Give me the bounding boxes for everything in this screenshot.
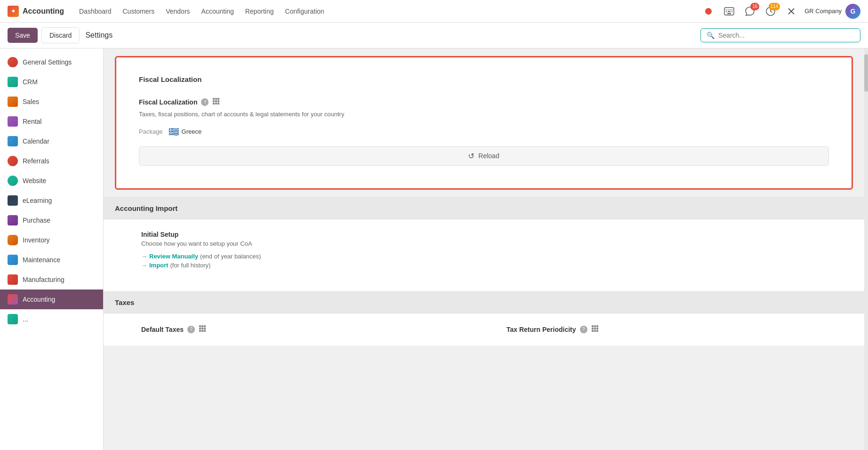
fiscal-feature-name: Fiscal Localization [139, 98, 197, 106]
sidebar-label-maintenance: Maintenance [23, 256, 60, 264]
user-company[interactable]: GR Company G [804, 4, 860, 19]
sidebar-item-purchase[interactable]: Purchase [0, 210, 103, 230]
review-manually-desc: (end of year balances) [200, 253, 261, 260]
import-link[interactable]: → Import (for full history) [141, 262, 853, 269]
sidebar-label-website: Website [23, 177, 46, 185]
initial-setup-desc: Choose how you want to setup your CoA [141, 240, 853, 247]
brand-icon: ✦ [8, 6, 19, 17]
brand[interactable]: ✦ Accounting [8, 6, 64, 17]
initial-setup-title: Initial Setup [141, 231, 853, 238]
discard-button[interactable]: Discard [41, 27, 80, 43]
svg-rect-36 [596, 328, 598, 329]
sidebar-item-referrals[interactable]: Referrals [0, 151, 103, 171]
reload-button[interactable]: ↻ Reload [139, 146, 829, 166]
sidebar-item-rental[interactable]: Rental [0, 112, 103, 131]
content-area: Fiscal Localization Fiscal Localization … [104, 48, 864, 450]
search-input[interactable] [718, 32, 854, 39]
close-icon[interactable] [784, 4, 799, 19]
company-name: GR Company [804, 8, 842, 15]
nav-link-reporting[interactable]: Reporting [241, 6, 278, 17]
sidebar-item-website[interactable]: Website [0, 171, 103, 191]
sidebar-item-maintenance[interactable]: Maintenance [0, 250, 103, 270]
svg-rect-19 [213, 103, 215, 104]
activity-icon[interactable]: 114 [763, 4, 778, 19]
scrollbar-thumb[interactable] [864, 54, 868, 92]
svg-rect-33 [596, 325, 598, 327]
nav-link-dashboard[interactable]: Dashboard [75, 6, 115, 17]
svg-rect-7 [728, 11, 731, 12]
svg-rect-25 [199, 328, 201, 329]
sidebar-item-general-settings[interactable]: General Settings [0, 52, 103, 72]
toolbar: Save Discard Settings 🔍 [0, 23, 868, 48]
topnav-links: Dashboard Customers Vendors Accounting R… [75, 6, 328, 17]
sidebar-item-sales[interactable]: Sales [0, 92, 103, 112]
import-desc: (for full history) [170, 262, 210, 269]
tax-return-grid-icon[interactable] [591, 325, 599, 334]
taxes-header: Taxes [104, 291, 864, 313]
sidebar-label-calendar: Calendar [23, 137, 49, 145]
accounting-import-body: Initial Setup Choose how you want to set… [104, 219, 864, 291]
svg-rect-13 [213, 98, 215, 100]
svg-point-0 [705, 8, 712, 15]
svg-rect-37 [592, 330, 594, 332]
fiscal-localization-box: Fiscal Localization Fiscal Localization … [115, 56, 853, 190]
tax-return-help-icon[interactable]: ? [580, 326, 587, 333]
package-value[interactable]: 🇬🇷 Greece [169, 127, 202, 137]
svg-rect-27 [204, 328, 206, 329]
svg-rect-29 [201, 330, 203, 332]
initial-setup-block: Initial Setup Choose how you want to set… [141, 231, 853, 269]
svg-rect-2 [726, 9, 727, 10]
topnav-right: 16 114 GR Company G [701, 4, 860, 19]
review-manually-link[interactable]: → Review Manually (end of year balances) [141, 253, 853, 260]
search-bar[interactable]: 🔍 [700, 28, 860, 42]
fiscal-inner: Fiscal Localization ? [128, 90, 840, 177]
nav-link-accounting[interactable]: Accounting [198, 6, 238, 17]
svg-rect-9 [727, 13, 731, 14]
sidebar-item-inventory[interactable]: Inventory [0, 230, 103, 250]
nav-link-vendors[interactable]: Vendors [162, 6, 193, 17]
avatar: G [845, 4, 860, 19]
nav-link-configuration[interactable]: Configuration [281, 6, 328, 17]
sidebar-item-accounting[interactable]: Accounting [0, 289, 103, 309]
svg-rect-4 [730, 9, 731, 10]
sidebar-item-elearning[interactable]: eLearning [0, 191, 103, 210]
fiscal-help-icon[interactable]: ? [201, 98, 209, 106]
default-taxes-row: Default Taxes ? [141, 325, 488, 334]
topnav: ✦ Accounting Dashboard Customers Vendors… [0, 0, 868, 23]
sidebar-label-manufacturing: Manufacturing [23, 276, 64, 283]
taxes-two-col: Default Taxes ? [141, 325, 853, 334]
sidebar-label-accounting: Accounting [23, 296, 55, 303]
red-dot-icon[interactable] [701, 4, 716, 19]
default-taxes-label: Default Taxes [141, 326, 184, 333]
sidebar-item-more[interactable]: ... [0, 309, 103, 329]
svg-rect-6 [726, 11, 727, 12]
default-taxes-help-icon[interactable]: ? [187, 326, 195, 333]
svg-rect-14 [215, 98, 217, 100]
sidebar-label-sales: Sales [23, 98, 39, 105]
sidebar-item-calendar[interactable]: Calendar [0, 131, 103, 151]
scrollbar-track[interactable] [864, 48, 868, 450]
sidebar-item-manufacturing[interactable]: Manufacturing [0, 270, 103, 289]
accounting-import-wrapper: Accounting Import Initial Setup Choose h… [104, 197, 864, 291]
svg-rect-30 [204, 330, 206, 332]
svg-rect-24 [204, 325, 206, 327]
sidebar-label-general-settings: General Settings [23, 58, 72, 66]
svg-rect-38 [594, 330, 596, 332]
chat-icon[interactable]: 16 [742, 4, 757, 19]
chat-badge: 16 [750, 3, 759, 10]
package-label: Package [139, 128, 163, 135]
svg-rect-15 [217, 98, 219, 100]
arrow-icon-1: → [141, 253, 147, 260]
review-manually-label: Review Manually [149, 253, 198, 260]
svg-rect-16 [213, 100, 215, 102]
package-row: Package 🇬🇷 Greece [139, 127, 829, 137]
keyboard-icon[interactable] [722, 4, 737, 19]
fiscal-grid-icon[interactable] [212, 97, 220, 107]
save-button[interactable]: Save [8, 28, 38, 43]
default-taxes-grid-icon[interactable] [199, 325, 206, 334]
country-name: Greece [182, 128, 202, 135]
country-flag: 🇬🇷 [169, 127, 179, 137]
nav-link-customers[interactable]: Customers [119, 6, 159, 17]
svg-rect-39 [596, 330, 598, 332]
sidebar-item-crm[interactable]: CRM [0, 72, 103, 92]
